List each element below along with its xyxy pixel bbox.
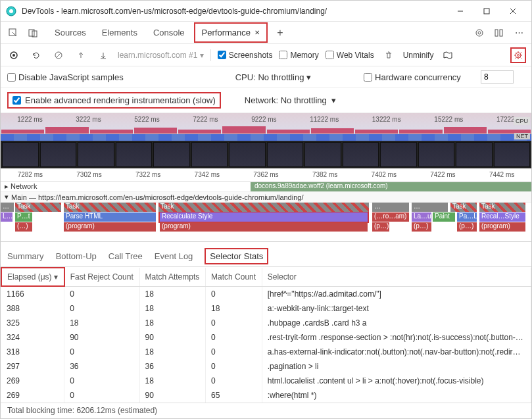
download-icon[interactable] xyxy=(95,47,111,63)
subtask[interactable]: P…t xyxy=(15,212,32,222)
col-match-count[interactable]: Match Count xyxy=(206,268,262,286)
cpu-throttle-dropdown[interactable]: No throttling ▾ xyxy=(258,72,311,82)
table-row[interactable]: 3180180a.has-external-link-indicator:not… xyxy=(1,345,531,359)
flame-chart[interactable]: … Task Task Task … … Task Task L… P…t Pa… xyxy=(1,203,531,242)
program-block[interactable]: (…ro…am) xyxy=(372,212,409,222)
table-row[interactable]: 2690180html.localelist .content ul > li … xyxy=(1,374,531,388)
svg-point-18 xyxy=(518,54,520,56)
memory-checkbox[interactable]: Memory xyxy=(279,51,318,60)
task-block[interactable]: Task xyxy=(64,203,156,212)
tab-sources[interactable]: Sources xyxy=(48,24,93,41)
table-row[interactable]: 11660180[href^="https://ad.admitad.com/"… xyxy=(1,286,531,301)
reload-record-button[interactable] xyxy=(28,47,44,63)
task-block[interactable]: … xyxy=(412,203,448,212)
record-button[interactable] xyxy=(6,47,22,63)
tab-console[interactable]: Console xyxy=(147,24,191,41)
capture-settings-row2: Enable advanced rendering instrumentatio… xyxy=(1,88,531,113)
hardware-concurrency-input[interactable] xyxy=(481,70,514,84)
task-block[interactable]: Task xyxy=(15,203,61,212)
screenshots-checkbox[interactable]: Screenshots xyxy=(218,51,273,60)
svg-line-16 xyxy=(56,53,61,58)
table-row[interactable]: 32490900.rest-tryit-form .response-secti… xyxy=(1,330,531,345)
cpu-label: CPU: xyxy=(235,72,256,82)
table-row[interactable]: 38801818a:-webkit-any-link::target-text xyxy=(1,301,531,316)
selector-stats-table[interactable]: Elapsed (μs) ▾ Fast Reject Count Match A… xyxy=(1,267,531,403)
table-row[interactable]: 26909065:where(html *) xyxy=(1,388,531,403)
tab-summary[interactable]: Summary xyxy=(7,251,44,261)
devtools-icon xyxy=(6,6,16,16)
tab-performance[interactable]: Performance ✕ xyxy=(194,22,268,43)
experiments-icon[interactable] xyxy=(489,23,509,43)
layout-block[interactable]: La…ut xyxy=(412,212,431,222)
task-block[interactable]: … xyxy=(372,203,409,212)
tab-selector-stats[interactable]: Selector Stats xyxy=(205,248,268,264)
maximize-button[interactable] xyxy=(473,2,500,20)
tab-close-icon[interactable]: ✕ xyxy=(254,29,260,36)
program-block[interactable]: (program) xyxy=(64,222,156,232)
tab-call-tree[interactable]: Call Tree xyxy=(109,251,143,261)
settings-icon[interactable] xyxy=(470,23,489,43)
recalculate-style-block[interactable]: Recalculate Style xyxy=(160,212,368,222)
panel-tab-bar: Sources Elements Console Performance ✕ +… xyxy=(1,22,531,44)
task-block[interactable]: Task xyxy=(450,203,477,212)
program-block[interactable]: (p…) xyxy=(412,222,431,232)
tab-event-log[interactable]: Event Log xyxy=(155,251,193,261)
capture-settings-row1: Disable JavaScript samples CPU: No throt… xyxy=(1,66,531,88)
device-toggle-icon[interactable] xyxy=(23,23,43,43)
program-block[interactable]: (p…) xyxy=(457,222,477,232)
titlebar: DevTools - learn.microsoft.com/en-us/mic… xyxy=(1,1,531,22)
advanced-rendering-checkbox[interactable]: Enable advanced rendering instrumentatio… xyxy=(7,92,221,109)
network-track[interactable]: ▸ Network docons.9a89adae.woff2 (learn.m… xyxy=(1,182,531,192)
upload-icon[interactable] xyxy=(73,47,89,63)
webvitals-checkbox[interactable]: Web Vitals xyxy=(326,51,374,60)
net-track-label: NET xyxy=(514,133,530,139)
svg-rect-11 xyxy=(495,30,498,36)
inspect-icon[interactable] xyxy=(3,23,23,43)
main-thread-header[interactable]: ▾ Main — https://learn.microsoft.com/en-… xyxy=(1,192,531,203)
hardware-concurrency-checkbox[interactable]: Hardware concurrency xyxy=(364,72,461,82)
network-resource[interactable]: docons.9a89adae.woff2 (learn.microsoft.c… xyxy=(251,182,531,191)
task-block[interactable]: Task xyxy=(158,203,369,212)
program-block[interactable]: (program) xyxy=(479,222,525,232)
tab-bottom-up[interactable]: Bottom-Up xyxy=(56,251,97,261)
program-block[interactable]: (program) xyxy=(160,222,368,232)
col-fast-reject[interactable]: Fast Reject Count xyxy=(64,268,139,286)
performance-toolbar: learn.microsoft.com #1 ▾ Screenshots Mem… xyxy=(1,44,531,66)
svg-rect-3 xyxy=(484,9,489,14)
paint-block[interactable]: Paint xyxy=(433,212,455,222)
network-throttle-dropdown[interactable]: No throttling ▾ xyxy=(281,95,336,105)
map-icon[interactable] xyxy=(440,47,456,63)
subtask[interactable]: L… xyxy=(1,212,12,222)
time-ruler[interactable]: 7282 ms7302 ms7322 ms7342 ms7362 ms7382 … xyxy=(1,168,531,182)
screenshot-filmstrip[interactable] xyxy=(1,141,531,168)
program-block[interactable]: (p…) xyxy=(372,222,389,232)
network-overview-strip[interactable]: NET xyxy=(1,134,531,141)
task-block[interactable]: Task xyxy=(479,203,525,212)
details-tabs: Summary Bottom-Up Call Tree Event Log Se… xyxy=(1,246,531,267)
table-row[interactable]: 29736360.pagination > li xyxy=(1,359,531,374)
disable-js-samples-checkbox[interactable]: Disable JavaScript samples xyxy=(7,72,124,82)
task-block[interactable]: … xyxy=(1,203,14,212)
clear-button[interactable] xyxy=(51,47,66,63)
tab-elements[interactable]: Elements xyxy=(95,24,144,41)
col-match-attempts[interactable]: Match Attempts xyxy=(139,268,205,286)
add-tab-button[interactable]: + xyxy=(270,23,290,43)
col-elapsed[interactable]: Elapsed (μs) ▾ xyxy=(1,268,64,286)
subtask[interactable]: Pa…L xyxy=(457,212,477,222)
trash-icon[interactable] xyxy=(381,47,397,63)
more-icon[interactable]: ⋯ xyxy=(509,23,529,43)
svg-point-9 xyxy=(476,30,483,36)
recording-url[interactable]: learn.microsoft.com #1 ▾ xyxy=(118,51,204,60)
parse-html-block[interactable]: Parse HTML xyxy=(64,212,156,222)
col-selector[interactable]: Selector xyxy=(262,268,531,286)
timeline-overview[interactable]: 1222 ms 3222 ms 5222 ms 7222 ms 9222 ms … xyxy=(1,113,531,134)
minimize-button[interactable] xyxy=(447,2,473,20)
close-button[interactable] xyxy=(500,2,526,20)
recal-style-short[interactable]: Recal…Style xyxy=(479,212,525,222)
program-block[interactable]: (…) xyxy=(15,222,32,232)
capture-settings-icon[interactable] xyxy=(510,47,526,63)
svg-rect-12 xyxy=(500,30,502,36)
unminify-button[interactable]: Unminify xyxy=(403,51,434,60)
svg-point-14 xyxy=(12,54,15,57)
table-row[interactable]: 32518180.hubpage .cardsB .card h3 a xyxy=(1,316,531,330)
